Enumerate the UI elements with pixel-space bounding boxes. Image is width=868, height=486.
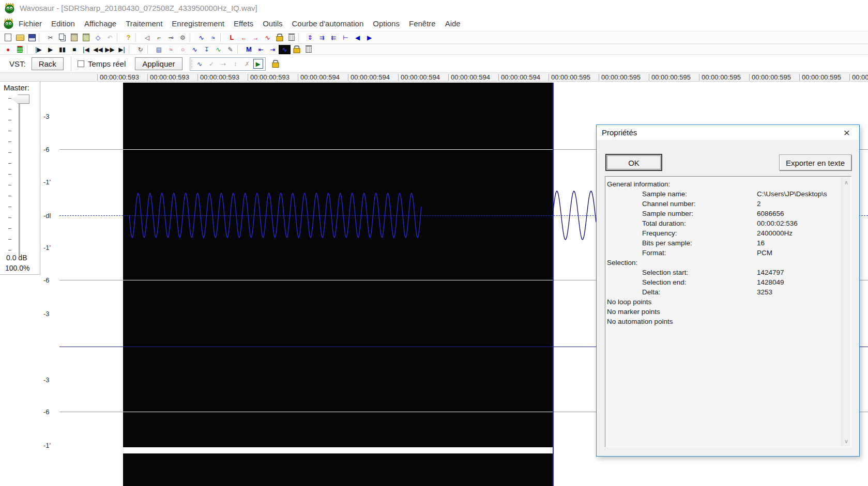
automation-nodes-icon[interactable]: ∿ [194,59,206,69]
dialog-scrollbar[interactable]: ∧ ∨ [842,177,850,446]
realtime-checkbox[interactable] [78,60,84,67]
close-icon[interactable]: × [840,126,854,139]
separator[interactable] [135,33,140,42]
waveform-select-icon[interactable]: ≈ [207,33,219,42]
automation-curve-list-icon[interactable]: ∿ [212,45,224,54]
menu-fenetre[interactable]: Fenêtre [404,17,440,30]
go-end-icon[interactable]: ▶| [116,45,128,54]
zoom-in-horizontal-icon[interactable]: ⇉ [316,33,328,42]
separator[interactable] [27,45,32,54]
save-file-icon[interactable] [26,33,38,42]
separator[interactable] [237,45,242,54]
vst-bar: VST: Rack Temps réel Appliquer ∿✓⇢↕✗▶ [0,55,868,72]
analysis-curve-icon[interactable]: ≈ [165,45,177,54]
automation-scale-icon[interactable]: ↕ [230,59,241,69]
loop-playback-icon[interactable]: ↻ [134,45,146,54]
zoom-out-horizontal-icon[interactable]: ⇇ [328,33,340,42]
separator[interactable] [129,45,133,54]
menu-fichier[interactable]: Fichier [14,17,47,30]
undo-icon[interactable]: ↶ [104,33,116,42]
pause-icon[interactable]: ▮▮ [56,45,68,54]
forward-icon[interactable]: ▶▶ [104,45,116,54]
separator[interactable] [147,45,152,54]
resample-icon[interactable]: ↧ [201,45,212,54]
separator[interactable] [298,33,303,42]
marker-next-icon[interactable]: ⇥ [267,45,279,54]
waveform-vertical-zoom-icon[interactable]: ∿ [195,33,207,42]
wrench-icon[interactable]: ⚙ [177,33,189,42]
lock-automation-icon[interactable] [270,60,282,68]
menu-effets[interactable]: Effets [229,17,258,30]
go-start-icon[interactable]: |◀ [80,45,92,54]
apply-button[interactable]: Appliquer [135,57,182,70]
help-icon[interactable]: ? [123,33,134,42]
zoom-selection-icon[interactable]: ⊢ [340,33,352,42]
open-file-icon[interactable] [14,33,26,42]
new-file-icon[interactable] [2,33,14,42]
stop-icon[interactable]: ■ [68,45,80,54]
play-from-cursor-icon[interactable]: |▶ [33,45,44,54]
selection-region[interactable] [123,83,553,486]
separator[interactable] [190,33,194,42]
sample-props-icon[interactable]: ⊸ [165,33,177,42]
menu-options[interactable]: Options [368,17,404,30]
timeline-ruler[interactable]: 00:00:00:59300:00:00:59300:00:00:59300:0… [0,72,868,82]
automation-delete-icon[interactable]: ✗ [241,59,253,69]
selection-end-cursor[interactable] [553,83,554,486]
next-view-icon[interactable]: ▶ [363,33,375,42]
play-icon[interactable]: ▶ [44,45,56,54]
menu-courbe-automation[interactable]: Courbe d'automation [287,17,368,30]
notes-bubble-icon[interactable]: ○ [177,45,189,54]
rack-button[interactable]: Rack [32,57,64,70]
loop-right-icon[interactable]: → [250,33,262,42]
speaker-icon[interactable]: ◁ [141,33,153,42]
document-logo-icon[interactable] [3,18,14,29]
delete-markers-icon[interactable] [302,45,314,54]
volume-slider-thumb[interactable] [12,95,29,104]
separator[interactable] [117,33,121,42]
loop-wave-icon[interactable]: ∿ [262,33,273,42]
monitor-meter-icon[interactable] [14,45,26,54]
batch-processing-icon[interactable]: ▤ [153,45,165,54]
marker-icon[interactable]: M [243,45,255,54]
menu-edition[interactable]: Edition [47,17,80,30]
automation-dashed-arrow-icon[interactable]: ⇢ [218,59,230,69]
menu-affichage[interactable]: Affichage [80,17,121,30]
marker-wave-icon[interactable]: ∿ [279,45,291,54]
cut-icon[interactable]: ✂ [44,33,56,42]
export-text-button[interactable]: Exporter en texte [779,154,851,170]
ok-button[interactable]: OK [605,154,662,171]
marker-prev-icon[interactable]: ⇤ [255,45,267,54]
scroll-down-icon[interactable]: ∨ [842,437,850,445]
scroll-up-icon[interactable]: ∧ [842,178,850,186]
separator[interactable] [39,33,43,42]
paste-icon[interactable] [68,33,80,42]
menu-outils[interactable]: Outils [258,17,287,30]
separator[interactable] [220,33,225,42]
volume-slider-track[interactable] [19,97,20,256]
crop-selection-icon[interactable]: ◇ [92,33,104,42]
dialog-title-bar[interactable]: Propriétés [597,125,859,140]
connector-icon[interactable]: ⌐ [153,33,165,42]
automation-apply-icon[interactable]: ✓ [206,59,218,69]
delete-loop-icon[interactable] [285,33,297,42]
properties-row: Delta: 3253 [607,288,840,298]
automation-play-icon[interactable]: ▶ [253,59,263,69]
waveform-tools-icon[interactable]: ∿ [189,45,201,54]
draw-pencil-icon[interactable]: ✎ [224,45,236,54]
lock-markers-icon[interactable] [291,45,302,54]
rewind-icon[interactable]: ◀◀ [92,45,104,54]
lock-loop-icon[interactable] [273,34,285,42]
record-icon[interactable]: ● [2,45,14,54]
ruler-label: 00:00:00:595 [601,73,641,81]
loop-left-icon[interactable]: ← [238,33,250,42]
y-axis-label: -6 [43,276,50,284]
copy-icon[interactable] [56,33,68,42]
prev-view-icon[interactable]: ◀ [352,33,363,42]
menu-enregistrement[interactable]: Enregistrement [167,17,229,30]
loop-point-icon[interactable]: L [226,33,238,42]
menu-aide[interactable]: Aide [440,17,465,30]
menu-traitement[interactable]: Traitement [121,17,167,30]
paste-special-icon[interactable] [80,33,92,42]
zoom-vertical-icon[interactable]: ⇕ [304,33,316,42]
